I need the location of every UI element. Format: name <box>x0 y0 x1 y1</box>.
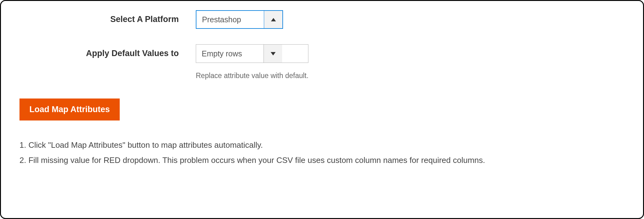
platform-select-value: Prestashop <box>196 11 264 28</box>
instruction-line-1: 1. Click "Load Map Attributes" button to… <box>19 138 625 153</box>
defaults-control: Empty rows Replace attribute value with … <box>196 44 308 80</box>
defaults-row: Apply Default Values to Empty rows Repla… <box>19 44 625 80</box>
defaults-label: Apply Default Values to <box>19 44 196 58</box>
load-map-attributes-button[interactable]: Load Map Attributes <box>19 99 120 120</box>
platform-select[interactable]: Prestashop <box>196 10 283 29</box>
platform-row: Select A Platform Prestashop <box>19 10 625 29</box>
defaults-select-arrow[interactable] <box>264 45 282 63</box>
defaults-help-text: Replace attribute value with default. <box>196 72 308 80</box>
platform-label: Select A Platform <box>19 10 196 24</box>
instructions-list: 1. Click "Load Map Attributes" button to… <box>19 138 625 168</box>
instruction-line-2: 2. Fill missing value for RED dropdown. … <box>19 153 625 168</box>
platform-control: Prestashop <box>196 10 283 29</box>
form-panel: Select A Platform Prestashop Apply Defau… <box>0 0 644 219</box>
defaults-select[interactable]: Empty rows <box>196 44 308 63</box>
chevron-up-icon <box>271 18 276 21</box>
platform-select-arrow[interactable] <box>264 11 282 28</box>
defaults-select-value: Empty rows <box>196 45 264 63</box>
chevron-down-icon <box>271 52 276 55</box>
